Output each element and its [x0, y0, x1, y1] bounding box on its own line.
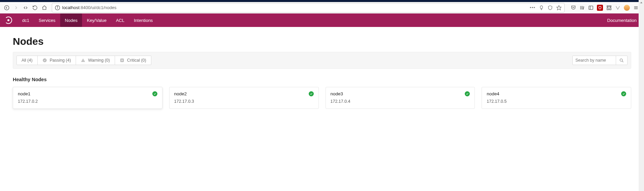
search-icon — [619, 58, 624, 63]
filter-passing-label: Passing (4) — [50, 58, 71, 63]
svg-marker-22 — [640, 2, 643, 3]
nav-keyvalue[interactable]: Key/Value — [82, 13, 111, 27]
home-button[interactable] — [40, 3, 49, 12]
filter-all[interactable]: All (4) — [16, 56, 38, 65]
pocket-icon[interactable] — [571, 5, 576, 10]
status-passing-icon — [465, 91, 470, 96]
extension-icons — [567, 5, 642, 11]
profile-avatar[interactable] — [624, 5, 630, 11]
search-group — [572, 56, 628, 65]
svg-point-0 — [4, 5, 9, 10]
nav-intentions[interactable]: Intentions — [129, 13, 157, 27]
hamburger-menu-icon[interactable] — [633, 5, 639, 10]
node-card[interactable]: node4 172.17.0.5 — [482, 87, 631, 109]
search-input[interactable] — [572, 56, 616, 65]
shield-icon[interactable] — [547, 5, 553, 10]
node-name: node3 — [331, 91, 343, 96]
section-title-healthy: Healthy Nodes — [13, 77, 631, 82]
library-icon[interactable] — [579, 5, 585, 10]
urlbar-right-icons: ••• — [530, 5, 562, 10]
node-name: node4 — [487, 91, 499, 96]
node-name: node1 — [18, 91, 31, 96]
critical-square-icon — [120, 58, 124, 63]
svg-point-3 — [57, 6, 58, 7]
browser-toolbar: localhost:8400/ui/dc1/nodes ••• — [0, 2, 644, 13]
svg-point-14 — [43, 58, 47, 62]
main-nav: dc1 Services Nodes Key/Value ACL Intenti… — [17, 13, 157, 27]
url-bar[interactable]: localhost:8400/ui/dc1/nodes ••• — [52, 3, 565, 12]
svg-rect-9 — [589, 6, 593, 9]
search-button[interactable] — [616, 56, 628, 65]
lightbulb-icon[interactable] — [539, 5, 544, 10]
status-passing-icon — [309, 91, 314, 96]
status-passing-icon — [152, 91, 157, 96]
consul-logo-icon[interactable] — [5, 17, 12, 24]
svg-line-8 — [583, 6, 584, 9]
vimium-icon[interactable] — [615, 5, 620, 10]
filter-critical-label: Critical (0) — [127, 58, 146, 63]
node-grid: node1 172.17.0.2 node2 172.17.0.3 node3 … — [13, 87, 631, 109]
node-card[interactable]: node3 172.17.0.4 — [326, 87, 475, 109]
forward-button[interactable] — [11, 3, 21, 12]
svg-point-20 — [620, 59, 623, 61]
sidebar-icon[interactable] — [588, 5, 594, 10]
node-card[interactable]: node2 172.17.0.3 — [169, 87, 319, 109]
filter-bar: All (4) Passing (4) Warning (0) Critical… — [13, 52, 631, 69]
reload-button[interactable] — [30, 3, 40, 12]
filter-critical[interactable]: Critical (0) — [115, 56, 151, 65]
nav-documentation[interactable]: Documentation — [600, 18, 644, 23]
url-text: localhost:8400/ui/dc1/nodes — [62, 5, 530, 10]
node-ip: 172.17.0.4 — [331, 99, 470, 104]
svg-marker-4 — [557, 5, 561, 10]
node-name: node2 — [174, 91, 187, 96]
page-title: Nodes — [13, 36, 631, 47]
node-ip: 172.17.0.3 — [174, 99, 314, 104]
nav-acl[interactable]: ACL — [111, 13, 129, 27]
bookmark-star-icon[interactable] — [556, 5, 562, 10]
scrollbar-gutter[interactable] — [639, 0, 644, 118]
filter-warning[interactable]: Warning (0) — [76, 56, 115, 65]
ublock-icon[interactable] — [597, 5, 603, 11]
puzzle-icon[interactable] — [606, 5, 612, 10]
filter-warning-label: Warning (0) — [88, 58, 110, 63]
node-ip: 172.17.0.2 — [18, 99, 157, 104]
check-circle-icon — [42, 58, 47, 63]
svg-line-21 — [622, 61, 623, 62]
nav-services[interactable]: Services — [34, 13, 60, 27]
filter-passing[interactable]: Passing (4) — [37, 56, 76, 65]
status-passing-icon — [621, 91, 626, 96]
app-header: dc1 Services Nodes Key/Value ACL Intenti… — [0, 13, 644, 27]
svg-point-16 — [83, 61, 83, 61]
filter-tabs: All (4) Passing (4) Warning (0) Critical… — [16, 56, 151, 65]
scroll-up-icon[interactable] — [640, 1, 643, 4]
dev-tools-icon[interactable] — [21, 3, 30, 12]
back-button[interactable] — [2, 3, 11, 12]
site-info-icon[interactable] — [55, 5, 60, 10]
page-content: Nodes All (4) Passing (4) Warning (0) Cr… — [0, 27, 644, 118]
warning-triangle-icon — [81, 58, 85, 63]
node-card[interactable]: node1 172.17.0.2 — [13, 87, 162, 109]
filter-all-label: All (4) — [22, 58, 33, 63]
nav-nodes[interactable]: Nodes — [60, 13, 82, 27]
nav-datacenter[interactable]: dc1 — [17, 13, 34, 27]
node-ip: 172.17.0.5 — [487, 99, 626, 104]
more-icon[interactable]: ••• — [530, 5, 535, 10]
